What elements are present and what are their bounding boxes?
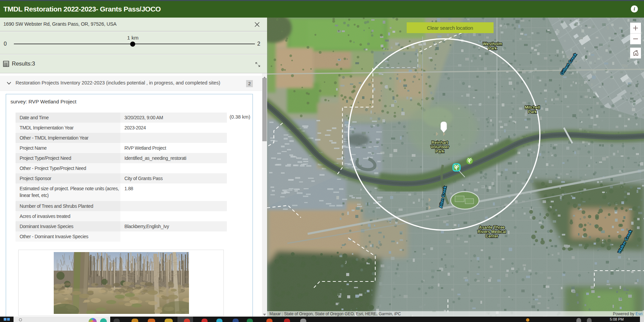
svg-text:Clear search location: Clear search location <box>427 25 473 31</box>
